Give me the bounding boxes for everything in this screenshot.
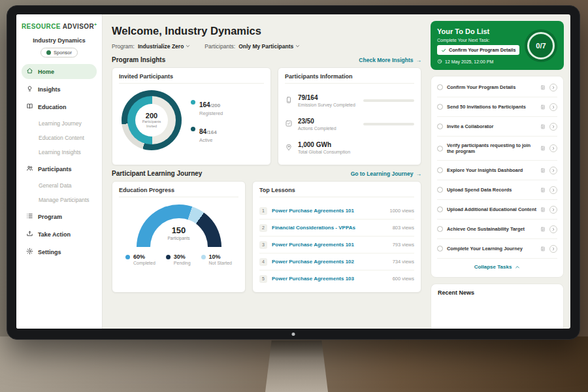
task-checkbox[interactable] (437, 167, 443, 173)
task-doc-icon[interactable] (540, 246, 546, 252)
donut-center-label: Participants Invited (139, 120, 164, 129)
lesson-row: 5 Power Purchase Agreements 103 600 view… (259, 270, 414, 287)
education-progress-card: Education Progress 150 Participants (112, 181, 246, 293)
arrow-right-icon: → (416, 57, 422, 63)
lesson-link[interactable]: Power Purchase Agreements 101 (272, 242, 388, 248)
chevron-right-icon[interactable] (549, 144, 557, 152)
learning-journey-header: Participant Learning Journey Go to Learn… (112, 170, 421, 177)
lesson-views: 1000 views (389, 208, 414, 214)
sidebar-item-label: Home (38, 69, 54, 75)
task-checkbox[interactable] (437, 84, 443, 90)
chevron-right-icon[interactable] (549, 245, 557, 253)
lesson-row: 1 Power Purchase Agreements 101 1000 vie… (259, 203, 414, 220)
sidebar-item-insights[interactable]: Insights (22, 82, 97, 97)
task-doc-icon[interactable] (540, 124, 546, 129)
sidebar-item-manage-participants[interactable]: Manage Participants (22, 193, 97, 206)
task-checkbox[interactable] (437, 123, 443, 129)
gear-icon (26, 248, 33, 256)
lightbulb-icon (26, 85, 33, 93)
sidebar-item-settings[interactable]: Settings (22, 244, 97, 259)
lesson-views: 734 views (393, 259, 414, 265)
lesson-link[interactable]: Power Purchase Agreements 101 (272, 208, 385, 214)
todo-tasks-card: Confirm Your Program Details Send 50 Inv… (431, 76, 564, 278)
home-icon (26, 67, 33, 76)
sidebar-nav: Home Insights Education Learning Journey (22, 64, 97, 259)
sidebar-item-education[interactable]: Education (22, 99, 97, 114)
todo-summary-card: Your To Do List Complete Your Next Task:… (431, 21, 564, 70)
program-filter-label: Program: (112, 43, 135, 50)
chevron-right-icon[interactable] (549, 123, 557, 131)
chevron-right-icon[interactable] (549, 167, 557, 174)
sidebar-item-learning-journey[interactable]: Learning Journey (22, 117, 97, 130)
sidebar-item-participants[interactable]: Participants (22, 161, 97, 176)
task-doc-icon[interactable] (540, 227, 546, 232)
sidebar-item-home[interactable]: Home (22, 64, 97, 79)
chevron-right-icon[interactable] (549, 84, 557, 91)
list-icon (26, 212, 33, 221)
task-doc-icon[interactable] (540, 207, 546, 212)
chevron-right-icon[interactable] (549, 103, 557, 111)
task-doc-icon[interactable] (540, 188, 546, 193)
donut-center-value: 200 (146, 112, 157, 120)
progress-bar (363, 123, 414, 125)
lesson-rank: 5 (259, 275, 267, 283)
chevron-right-icon[interactable] (549, 206, 557, 214)
lesson-link[interactable]: Power Purchase Agreements 103 (272, 276, 388, 282)
task-checkbox[interactable] (437, 206, 443, 212)
task-doc-icon[interactable] (540, 146, 546, 151)
task-checkbox[interactable] (437, 104, 443, 110)
task-checkbox[interactable] (437, 146, 443, 152)
task-checkbox[interactable] (437, 226, 443, 232)
chevron-down-icon (186, 43, 190, 50)
participants-information-card: Participants Information 79/164 Emission… (278, 67, 421, 165)
chevron-right-icon[interactable] (549, 186, 557, 194)
lesson-link[interactable]: Power Purchase Agreements 102 (272, 259, 388, 265)
program-select[interactable]: Industrialize Zero (138, 43, 190, 50)
org-name: Industry Dynamics (22, 37, 97, 44)
participants-filter-label: Participants: (204, 43, 235, 50)
recent-news-title: Recent News (438, 289, 557, 296)
legend-item-not-started: 10% Not Started (201, 253, 232, 265)
task-checkbox[interactable] (437, 246, 443, 252)
task-row: Explore Your Insights Dashboard (437, 161, 557, 180)
sponsor-badge[interactable]: Sponsor (41, 48, 78, 57)
sidebar-item-label: Insights (38, 86, 61, 93)
sidebar-item-label: General Data (39, 182, 72, 189)
legend-dot (166, 255, 171, 259)
survey-icon (285, 95, 293, 106)
go-to-learning-journey-link[interactable]: Go to Learning Journey → (351, 171, 421, 177)
location-pin-icon (285, 142, 293, 154)
next-task-pill[interactable]: Confirm Your Program Details (437, 45, 519, 55)
todo-panel: Your To Do List Complete Your Next Task:… (429, 14, 570, 329)
collapse-tasks-button[interactable]: Collapse Tasks (437, 259, 557, 276)
sidebar-item-program[interactable]: Program (22, 209, 97, 224)
chevron-right-icon[interactable] (549, 225, 557, 233)
task-row: Send 50 Invitations to Participants (437, 97, 557, 117)
legend-item-pending: 30% Pending (166, 253, 191, 265)
task-checkbox[interactable] (437, 187, 443, 193)
lesson-views: 600 views (393, 276, 414, 282)
sidebar-item-education-content[interactable]: Education Content (22, 131, 97, 144)
sidebar-item-label: Manage Participants (39, 197, 90, 203)
stat-emission-survey: 79/164 Emission Survey Completed (285, 89, 414, 112)
sidebar-item-general-data[interactable]: General Data (22, 179, 97, 192)
task-row: Confirm Your Program Details (437, 78, 557, 97)
lesson-rank: 2 (259, 224, 267, 232)
section-title: Participant Learning Journey (112, 170, 202, 177)
sidebar-item-take-action[interactable]: Take Action (22, 227, 97, 242)
participants-select[interactable]: Only My Participants (238, 43, 300, 50)
insights-cards-row: Invited Participants 200 Participants In… (112, 67, 421, 165)
gauge-center: 150 Participants (137, 225, 221, 240)
lesson-link[interactable]: Financial Considerations - VPPAs (272, 225, 388, 231)
invited-donut-chart: 200 Participants Invited (122, 90, 182, 150)
task-row: Achieve One Sustainability Target (437, 220, 557, 239)
task-doc-icon[interactable] (540, 105, 546, 110)
education-gauge-chart: 150 Participants (137, 204, 221, 248)
sidebar-item-learning-insights[interactable]: Learning Insights (22, 146, 97, 159)
check-more-insights-link[interactable]: Check More Insights → (359, 57, 421, 63)
power-led (292, 333, 295, 336)
lesson-rank: 1 (259, 207, 267, 215)
task-doc-icon[interactable] (540, 85, 546, 90)
legend-dot (201, 255, 206, 259)
task-doc-icon[interactable] (540, 168, 546, 173)
